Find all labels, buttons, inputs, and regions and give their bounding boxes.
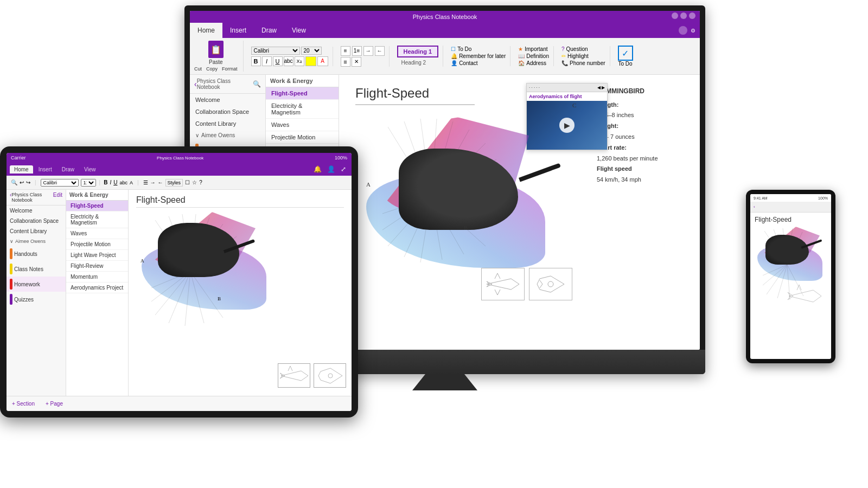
strikethrough-btn[interactable]: abc: [284, 56, 293, 66]
tablet-page-momentum[interactable]: Momentum: [66, 272, 128, 282]
tablet-highlight-btn[interactable]: A: [130, 180, 133, 185]
highlight-tag[interactable]: ✏ Highlight: [561, 53, 605, 59]
tablet-page-aerodynamics[interactable]: Aerodynamics Project: [66, 282, 128, 293]
sidebar-item-aimee-header[interactable]: ∨Aimee Owens: [190, 130, 265, 141]
page-electricity[interactable]: Electricity & Magnetism: [266, 100, 339, 119]
heading1-style[interactable]: Heading 1: [397, 46, 439, 57]
tablet-indent-btn[interactable]: →: [150, 179, 156, 185]
outdent-btn[interactable]: ←: [375, 46, 385, 56]
sidebar-item-welcome[interactable]: Welcome: [190, 94, 265, 106]
phone-back-btn[interactable]: ‹: [754, 204, 755, 209]
tablet-star-btn[interactable]: ☆: [192, 179, 197, 185]
tablet-undo-icon[interactable]: ↩: [20, 179, 24, 185]
page-projectile[interactable]: Projectile Motion: [266, 131, 339, 144]
tablet-expand-icon[interactable]: ⤢: [339, 165, 348, 173]
tablet-underline-btn[interactable]: U: [113, 179, 117, 185]
numbered-list-btn[interactable]: 1≡: [352, 46, 362, 56]
tablet-tab-home[interactable]: Home: [10, 165, 33, 174]
tablet-page-flight-speed[interactable]: Flight-Speed: [66, 201, 128, 211]
search-btn[interactable]: 🔍: [253, 80, 261, 88]
tablet-si-aimee[interactable]: ∨ Aimee Owens: [7, 236, 66, 246]
underline-btn[interactable]: U: [273, 56, 283, 66]
address-tag[interactable]: 🏠 Address: [518, 60, 549, 66]
tablet-si-content-library[interactable]: Content Library: [7, 226, 66, 236]
tablet-edit-btn[interactable]: Edit: [53, 192, 62, 203]
phone-tag[interactable]: 📞 Phone number: [561, 60, 605, 66]
tablet-tab-insert[interactable]: Insert: [34, 165, 56, 174]
font-row1: Calibri 20: [251, 47, 328, 55]
bold-btn[interactable]: B: [251, 56, 261, 66]
tablet-help-btn[interactable]: ?: [199, 179, 202, 185]
clear-format-btn[interactable]: ✕: [352, 57, 361, 67]
minimize-btn[interactable]: [672, 12, 678, 19]
tablet-si-quizzes[interactable]: Quizzes: [7, 292, 66, 307]
tablet-si-classnotes[interactable]: Class Notes: [7, 261, 66, 277]
tablet-outdent-btn[interactable]: ←: [158, 179, 163, 185]
sidebar-item-content-library[interactable]: Content Library: [190, 118, 265, 130]
tablet-si-handouts[interactable]: Handouts: [7, 246, 66, 261]
remember-tag[interactable]: 🔔 Remember for later: [451, 53, 506, 59]
italic-btn[interactable]: I: [262, 56, 272, 66]
font-color-btn[interactable]: A: [317, 56, 328, 66]
tablet-page-flightreview[interactable]: Flight-Review: [66, 261, 128, 272]
subscript-btn[interactable]: X₂: [295, 56, 304, 66]
question-tag[interactable]: ? Question: [561, 46, 605, 52]
highlight-color-btn[interactable]: [305, 56, 316, 66]
tablet-add-page-btn[interactable]: + Page: [46, 401, 63, 407]
tablet-redo-icon[interactable]: ↪: [26, 179, 30, 185]
tablet-bell-icon[interactable]: 🔔: [311, 165, 324, 173]
tablet-si-welcome[interactable]: Welcome: [7, 206, 66, 216]
tablet-page-lightwave[interactable]: Light Wave Project: [66, 250, 128, 261]
tablet-si-homework[interactable]: Homework: [7, 277, 66, 292]
paste-btn[interactable]: 📋: [208, 41, 224, 58]
copy-btn[interactable]: Copy: [206, 66, 218, 72]
definition-tag[interactable]: 📖 Definition: [518, 53, 549, 59]
tablet-page-projectile[interactable]: Projectile Motion: [66, 239, 128, 250]
play-button[interactable]: ▶: [559, 118, 575, 133]
tablet-si-collaboration[interactable]: Collaboration Space: [7, 216, 66, 226]
tab-home[interactable]: Home: [190, 23, 222, 38]
window-controls[interactable]: [672, 12, 695, 19]
tablet-checkbox-btn[interactable]: ☐: [185, 179, 190, 185]
contact-tag[interactable]: 👤 Contact: [451, 60, 506, 66]
tablet-font-size[interactable]: 11: [81, 179, 96, 187]
tablet-tab-view[interactable]: View: [80, 165, 100, 174]
tab-insert[interactable]: Insert: [222, 23, 254, 38]
close-btn[interactable]: [689, 12, 695, 19]
todo-tag[interactable]: ☐ To Do: [451, 46, 506, 52]
cut-btn[interactable]: Cut: [194, 66, 202, 72]
notebook-name-sidebar: Physics Class Notebook: [197, 78, 253, 90]
page-flight-speed[interactable]: Flight-Speed: [266, 87, 339, 100]
tablet-search-icon[interactable]: 🔍: [11, 179, 17, 185]
options-icon[interactable]: ⚙: [691, 28, 695, 34]
font-select[interactable]: Calibri: [251, 47, 300, 55]
important-tag[interactable]: ★ Important: [518, 46, 549, 52]
tab-view[interactable]: View: [284, 23, 314, 38]
tablet-italic-btn[interactable]: I: [110, 179, 111, 185]
clipboard-group: 📋 Paste Cut Copy Format: [194, 41, 244, 72]
tablet-bold-btn[interactable]: B: [104, 179, 107, 185]
format-btn[interactable]: Format: [222, 66, 238, 72]
tablet-list-btn[interactable]: ☰: [143, 179, 148, 185]
tablet-styles-btn[interactable]: Styles: [165, 179, 183, 187]
tablet-font-select[interactable]: Calibri: [41, 179, 79, 187]
tablet-add-section-btn[interactable]: + Section: [12, 401, 35, 407]
heading2-style[interactable]: Heading 2: [397, 59, 439, 67]
align-left-btn[interactable]: ≡: [341, 57, 350, 67]
aerodynamics-video-thumbnail[interactable]: · · · · · ◀ ▶ Aerodynamics of flight ▶: [526, 83, 608, 150]
todo-checkbox[interactable]: ✓: [618, 46, 633, 61]
font-size-select[interactable]: 20: [301, 47, 322, 55]
indent-btn[interactable]: →: [363, 46, 373, 56]
tablet-page-waves[interactable]: Waves: [66, 228, 128, 239]
tab-draw[interactable]: Draw: [254, 23, 284, 38]
tablet-page-electricity[interactable]: Electricity & Magnetism: [66, 211, 128, 228]
page-waves[interactable]: Waves: [266, 119, 339, 131]
user-icon[interactable]: [679, 26, 687, 35]
tablet-tab-draw[interactable]: Draw: [58, 165, 79, 174]
video-preview[interactable]: ▶: [527, 101, 607, 150]
tablet-user-icon[interactable]: 👤: [325, 165, 337, 173]
bullet-list-btn[interactable]: ≡: [341, 46, 350, 56]
maximize-btn[interactable]: [680, 12, 687, 19]
svg-line-26: [155, 272, 190, 315]
sidebar-item-collaboration[interactable]: Collaboration Space: [190, 106, 265, 118]
